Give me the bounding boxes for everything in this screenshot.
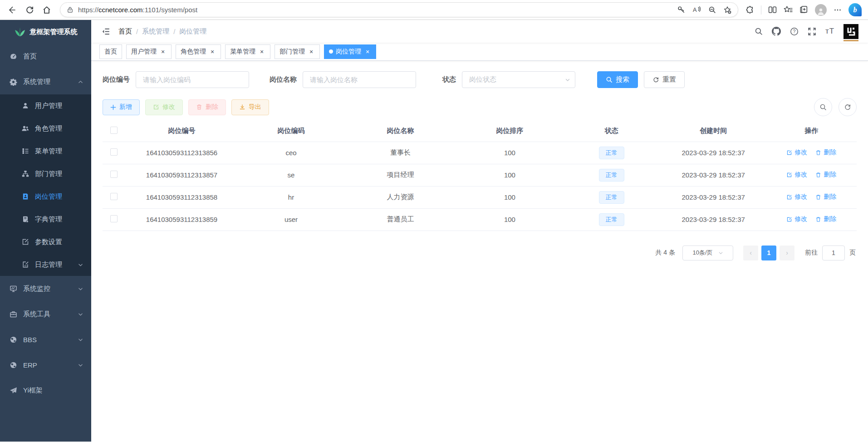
cell-post-sort: 100 [457,164,563,186]
add-button[interactable]: 新增 [103,99,140,115]
post-code-label: 岗位编号 [103,75,130,84]
tab-user-mgmt[interactable]: 用户管理 × [126,44,172,59]
sidebar-item-dept-mgmt[interactable]: 部门管理 [0,162,91,185]
browser-refresh-button[interactable] [22,2,37,18]
sidebar-item-user-mgmt[interactable]: 用户管理 [0,94,91,117]
select-all-checkbox[interactable] [110,127,118,134]
user-avatar[interactable] [843,24,858,39]
tab-dept-mgmt[interactable]: 部门管理 × [275,44,320,59]
row-edit-link[interactable]: 修改 [786,148,807,157]
row-checkbox[interactable] [110,193,118,200]
browser-back-button[interactable] [5,2,20,18]
sidebar-item-role-mgmt[interactable]: 角色管理 [0,117,91,140]
fullscreen-button[interactable] [808,27,816,36]
next-page-button[interactable]: › [780,246,794,260]
search-button[interactable]: 搜索 [597,71,638,88]
row-delete-link[interactable]: 删除 [815,171,836,179]
breadcrumb-system-mgmt[interactable]: 系统管理 [142,27,169,36]
app-logo[interactable]: 意框架管理系统 [0,20,91,44]
sidebar-item-erp[interactable]: ERP [0,352,91,378]
export-button[interactable]: 导出 [231,99,269,115]
goto-page-input[interactable] [822,246,845,260]
reset-button-label: 重置 [662,75,676,84]
table-toolbar: 新增 修改 删除 导出 [103,98,857,116]
status-badge: 正常 [599,169,624,182]
tab-role-mgmt[interactable]: 角色管理 × [176,44,221,59]
github-link-button[interactable] [772,27,781,36]
menu-label: Yi框架 [23,386,43,395]
extensions-icon[interactable] [745,5,754,14]
sidebar-item-system-monitor[interactable]: 系统监控 [0,276,91,301]
question-circle-icon: ? [790,27,799,36]
browser-chrome: https://ccnetcore.com:1101/system/post A… [0,0,868,20]
tab-label: 首页 [104,48,117,56]
sidebar-item-param-settings[interactable]: 参数设置 [0,231,91,253]
refresh-table-button[interactable] [839,98,857,116]
row-edit-link[interactable]: 修改 [786,193,807,201]
col-actions: 操作 [766,121,857,142]
tab-close-icon[interactable]: × [364,48,371,55]
header-search-button[interactable] [755,27,763,35]
password-key-icon[interactable] [677,6,685,14]
sidebar-item-yi-framework[interactable]: Yi框架 [0,378,91,403]
sidebar-collapse-button[interactable] [98,23,114,39]
cell-created: 2023-03-29 18:52:37 [661,208,766,231]
row-edit-link[interactable]: 修改 [786,215,807,223]
sidebar-item-log-mgmt[interactable]: 日志管理 [0,253,91,276]
read-aloud-icon[interactable]: A [692,6,701,14]
tab-close-icon[interactable]: × [308,48,315,55]
url-text[interactable]: https://ccnetcore.com:1101/system/post [78,6,677,14]
sidebar-item-menu-mgmt[interactable]: 菜单管理 [0,140,91,162]
font-size-button[interactable]: тT [825,27,834,36]
help-button[interactable]: ? [790,27,799,36]
sidebar-item-system-mgmt[interactable]: 系统管理 [0,69,91,94]
row-delete-link[interactable]: 删除 [815,215,836,223]
browser-menu-icon[interactable] [834,6,842,14]
refresh-icon [844,103,851,111]
tab-close-icon[interactable]: × [258,48,265,55]
sidebar-item-post-mgmt[interactable]: 岗位管理 [0,185,91,208]
delete-button[interactable]: 删除 [188,99,226,115]
row-checkbox[interactable] [110,215,118,222]
collections-icon[interactable] [799,5,808,14]
sidebar-item-dict-mgmt[interactable]: 字典管理 [0,208,91,231]
post-code-input[interactable] [136,71,249,88]
prev-page-button[interactable]: ‹ [743,246,758,260]
reset-button[interactable]: 重置 [644,71,685,88]
cell-post-code: ceo [238,142,344,164]
address-bar[interactable]: https://ccnetcore.com:1101/system/post A [60,2,738,17]
post-name-input[interactable] [303,71,416,88]
row-checkbox[interactable] [110,171,118,178]
tab-post-mgmt[interactable]: 岗位管理 × [324,44,376,59]
tab-menu-mgmt[interactable]: 菜单管理 × [225,44,270,59]
row-edit-link[interactable]: 修改 [786,171,807,179]
download-icon [239,104,245,110]
tab-close-icon[interactable]: × [209,48,216,55]
row-delete-link[interactable]: 删除 [815,193,836,201]
row-delete-link[interactable]: 删除 [815,148,836,157]
sidebar-item-system-tools[interactable]: 系统工具 [0,301,91,327]
show-search-toggle-button[interactable] [814,98,832,116]
cell-post-name: 项目经理 [344,164,457,186]
browser-home-button[interactable] [39,2,54,18]
tab-close-icon[interactable]: × [159,48,167,55]
breadcrumb-home[interactable]: 首页 [118,27,132,36]
bing-chat-icon[interactable]: b [848,3,862,16]
add-favorite-icon[interactable] [723,6,731,14]
menu-label: 日志管理 [35,260,62,269]
split-screen-icon[interactable] [768,5,777,14]
zoom-out-icon[interactable] [708,6,716,14]
status-select[interactable]: 岗位状态 [462,71,575,88]
sidebar-item-bbs[interactable]: BBS [0,327,91,352]
chevron-down-icon [718,250,723,255]
row-checkbox[interactable] [110,148,118,156]
edit-button[interactable]: 修改 [145,99,183,115]
browser-profile-avatar[interactable] [815,4,827,16]
favorites-icon[interactable] [784,5,793,14]
menu-label: BBS [23,336,37,344]
sidebar-item-home[interactable]: 首页 [0,44,91,69]
tab-home[interactable]: 首页 [99,44,122,59]
page-1-button[interactable]: 1 [761,246,776,260]
trash-icon [815,194,821,200]
page-size-select[interactable]: 10条/页 [682,246,733,260]
